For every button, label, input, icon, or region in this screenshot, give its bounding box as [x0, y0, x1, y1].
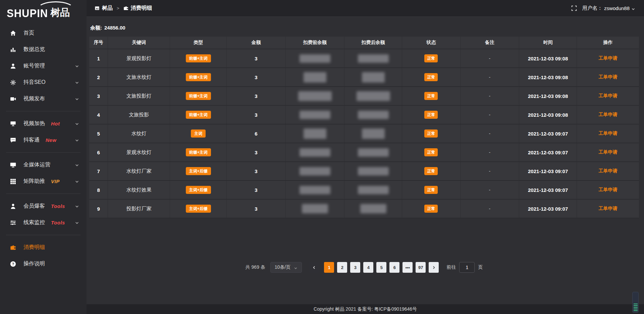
status-badge: 正常 [424, 167, 438, 175]
sidebar-item-video-publish[interactable]: 视频发布 [0, 91, 87, 107]
cell-balance-after [344, 87, 402, 105]
cell-time: 2021-12-03 09:08 [519, 105, 577, 124]
monitor-icon [10, 162, 16, 168]
cell-status: 正常 [402, 143, 461, 162]
cell-balance-before [285, 180, 344, 199]
balance-value: 24856.00 [104, 25, 125, 31]
more-pages-button[interactable]: ••• [402, 262, 413, 273]
page-button-3[interactable]: 3 [350, 262, 360, 273]
page-button-4[interactable]: 4 [363, 262, 373, 273]
cell-keyword: 景观投影灯 [108, 49, 170, 68]
page-size-select[interactable]: 10条/页 [270, 262, 302, 273]
chevron-down-icon [75, 97, 79, 101]
wallet-icon [123, 6, 128, 11]
home-icon [10, 30, 16, 36]
sidebar-item-douketong[interactable]: 抖客通New [0, 132, 87, 148]
cell-index: 7 [89, 162, 108, 180]
sidebar-item-account-manage[interactable]: 账号管理 [0, 58, 87, 74]
redacted-balance-after [358, 111, 389, 119]
wallet-icon [10, 245, 16, 251]
cell-action: 工单申请 [577, 199, 639, 218]
cell-type: 主词+后缀 [170, 180, 227, 199]
cell-index: 6 [89, 143, 108, 162]
breadcrumb-item-home[interactable]: 树品 [95, 5, 113, 12]
logo-text-en: SHUPIN [7, 7, 48, 20]
work-order-link[interactable]: 工单申请 [599, 55, 618, 61]
pagination-total: 共 969 条 [246, 264, 265, 270]
prev-page-button[interactable] [309, 262, 319, 273]
page-button-6[interactable]: 6 [389, 262, 399, 273]
logo: SHUPIN 树品 [0, 0, 87, 22]
table-row: 7水纹灯厂家主词+后缀3正常-2021-12-03 09:07工单申请 [89, 162, 639, 180]
cell-amount: 3 [227, 199, 285, 218]
work-order-link[interactable]: 工单申请 [599, 149, 618, 155]
screen-stand-icon [10, 121, 16, 127]
work-order-link[interactable]: 工单申请 [599, 206, 618, 211]
main-area: 树品 > 消费明细 用户名：zswodun88 [87, 0, 644, 314]
chevron-down-icon [75, 121, 79, 126]
work-order-link[interactable]: 工单申请 [599, 168, 618, 173]
sidebar-item-clue-monitor[interactable]: 线索监控Tools [0, 214, 87, 231]
type-badge: 前缀+主词 [186, 111, 211, 119]
page-button-1[interactable]: 1 [324, 262, 334, 273]
cell-status: 正常 [402, 199, 461, 218]
next-page-button[interactable] [429, 262, 439, 273]
sidebar-item-tag: New [46, 137, 56, 143]
breadcrumb-label: 消费明细 [131, 5, 152, 12]
sidebar-item-video-heat[interactable]: 视频加热Hot [0, 115, 87, 132]
cell-note: - [460, 68, 519, 87]
user-menu[interactable]: 用户名：zswodun88 [582, 5, 635, 11]
cell-time: 2021-12-03 09:08 [519, 68, 577, 87]
fullscreen-icon[interactable] [571, 5, 577, 11]
table-row: 1景观投影灯前缀+主词3正常-2021-12-03 09:08工单申请 [89, 49, 639, 68]
goto-page-input[interactable] [459, 262, 475, 273]
pagination: 共 969 条 10条/页 123456•••97 [89, 262, 639, 273]
work-order-link[interactable]: 工单申请 [599, 93, 618, 98]
redacted-balance-before [302, 204, 328, 213]
work-order-link[interactable]: 工单申请 [599, 130, 618, 136]
breadcrumb-item-current[interactable]: 消费明细 [123, 5, 152, 12]
work-order-link[interactable]: 工单申请 [599, 74, 618, 80]
sidebar-item-matrix-boost[interactable]: 矩阵助推VIP [0, 173, 87, 190]
status-badge: 正常 [424, 111, 438, 119]
redacted-balance-after [358, 148, 389, 157]
cell-time: 2021-12-03 09:07 [519, 162, 577, 180]
work-order-link[interactable]: 工单申请 [599, 187, 618, 192]
cell-balance-after [344, 162, 402, 180]
cell-action: 工单申请 [577, 124, 639, 143]
breadcrumb: 树品 > 消费明细 [95, 5, 152, 12]
chevron-down-icon [75, 179, 79, 184]
sidebar-item-member-baoke[interactable]: 会员爆客Tools [0, 198, 87, 214]
cell-type: 主词+后缀 [170, 199, 227, 218]
cell-index: 4 [89, 105, 108, 124]
cell-keyword: 水纹灯 [108, 124, 170, 143]
cell-amount: 3 [227, 180, 285, 199]
cell-note: - [460, 87, 519, 105]
cell-type: 前缀+主词 [170, 49, 227, 68]
sidebar-item-media-operation[interactable]: 全媒体运营 [0, 157, 87, 173]
sidebar-item-help[interactable]: ?操作说明 [0, 256, 87, 272]
sidebar-item-consume-detail[interactable]: 消费明细 [0, 239, 87, 256]
status-badge: 正常 [424, 73, 438, 81]
cell-note: - [460, 49, 519, 68]
page-button-97[interactable]: 97 [416, 262, 426, 273]
cell-note: - [460, 162, 519, 180]
sidebar-item-home[interactable]: 首页 [0, 25, 87, 41]
sidebar-item-tag: Tools [51, 220, 65, 225]
cell-keyword: 水纹灯厂家 [108, 162, 170, 180]
table-row: 2文旅水纹灯前缀+主词3正常-2021-12-03 09:08工单申请 [89, 68, 639, 87]
cell-status: 正常 [402, 68, 461, 87]
work-order-link[interactable]: 工单申请 [599, 112, 618, 117]
page-button-2[interactable]: 2 [337, 262, 347, 273]
sidebar-item-douyin-seo[interactable]: 抖音SEO [0, 74, 87, 91]
type-badge: 主词 [191, 129, 206, 138]
sidebar-item-data-overview[interactable]: 数据总览 [0, 41, 87, 58]
cell-time: 2021-12-03 09:07 [519, 180, 577, 199]
redacted-balance-before [300, 167, 330, 175]
page-button-5[interactable]: 5 [376, 262, 386, 273]
breadcrumb-label: 树品 [102, 5, 113, 12]
grid-icon [10, 178, 16, 185]
cell-balance-before [285, 162, 344, 180]
cell-balance-after [344, 199, 402, 218]
table-body: 1景观投影灯前缀+主词3正常-2021-12-03 09:08工单申请2文旅水纹… [89, 49, 639, 218]
